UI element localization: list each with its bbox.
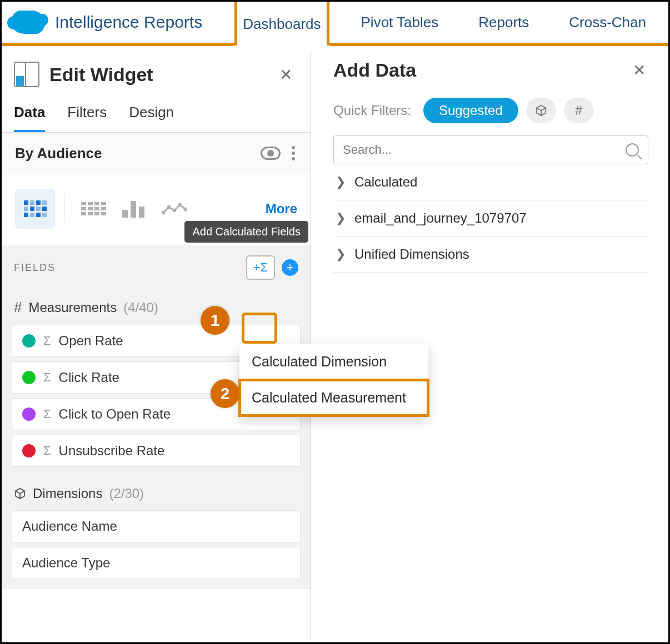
sigma-icon: Σ xyxy=(43,370,51,385)
datasource-label: Calculated xyxy=(354,174,417,190)
dimension-label: Audience Name xyxy=(22,519,117,534)
color-dot-icon xyxy=(22,444,36,457)
dimensions-title: Dimensions xyxy=(33,486,102,501)
color-dot-icon xyxy=(22,334,36,348)
dropdown-calculated-dimension[interactable]: Calculated Dimension xyxy=(239,344,428,380)
widget-more-menu-button[interactable] xyxy=(289,144,297,163)
tab-dashboards[interactable]: Dashboards xyxy=(236,1,327,47)
quick-filter-dimensions[interactable] xyxy=(526,98,556,123)
dimension-item[interactable]: Audience Type xyxy=(12,547,301,579)
divider xyxy=(64,194,64,224)
chart-type-heatmap[interactable] xyxy=(15,189,55,229)
chevron-right-icon: ❯ xyxy=(336,247,346,261)
chart-type-bar[interactable] xyxy=(113,189,153,229)
add-field-button[interactable]: + xyxy=(282,259,298,276)
search-input[interactable] xyxy=(343,143,626,157)
tab-pivot-tables[interactable]: Pivot Tables xyxy=(354,2,446,43)
calculated-fields-dropdown: Calculated Dimension Calculated Measurem… xyxy=(239,344,428,416)
search-icon xyxy=(626,143,639,157)
color-dot-icon xyxy=(22,407,36,421)
dimension-item[interactable]: Audience Name xyxy=(12,510,301,542)
measurement-item[interactable]: Σ Unsubscribe Rate xyxy=(12,435,301,467)
sigma-icon: Σ xyxy=(43,444,51,458)
tab-reports[interactable]: Reports xyxy=(472,2,536,43)
measurement-label: Click Rate xyxy=(59,370,119,385)
add-data-title: Add Data xyxy=(333,59,629,81)
datasource-email-journey[interactable]: ❯ email_and_journey_1079707 xyxy=(333,200,648,237)
datasource-unified-dimensions[interactable]: ❯ Unified Dimensions xyxy=(333,237,648,273)
preview-toggle-icon[interactable] xyxy=(261,147,281,160)
dimensions-count: (2/30) xyxy=(109,486,144,501)
add-calculated-fields-button[interactable]: +Σ xyxy=(246,255,275,280)
hash-icon: # xyxy=(575,103,582,118)
chevron-right-icon: ❯ xyxy=(336,211,346,225)
quick-filter-suggested[interactable]: Suggested xyxy=(423,98,518,123)
fields-header: Add Calculated Fields FIELDS +Σ + xyxy=(2,245,311,290)
datasource-calculated[interactable]: ❯ Calculated xyxy=(333,164,648,200)
subtab-data[interactable]: Data xyxy=(14,104,45,132)
chart-type-more-button[interactable]: More xyxy=(266,201,297,217)
quick-filter-measurements[interactable]: # xyxy=(564,98,594,123)
widget-subtabs: Data Filters Design xyxy=(2,92,311,133)
datasource-label: email_and_journey_1079707 xyxy=(354,210,527,226)
search-box[interactable] xyxy=(333,135,648,164)
edit-widget-title: Edit Widget xyxy=(49,64,266,85)
dropdown-calculated-measurement[interactable]: Calculated Measurement xyxy=(239,380,428,416)
measurement-label: Unsubscribe Rate xyxy=(59,443,165,459)
subtab-design[interactable]: Design xyxy=(129,104,174,132)
svg-point-4 xyxy=(184,208,187,211)
color-dot-icon xyxy=(22,371,36,384)
svg-point-0 xyxy=(162,211,165,214)
svg-point-2 xyxy=(173,209,176,212)
add-data-pane: Add Data ✕ Quick Filters: Suggested # ❯ xyxy=(311,46,668,639)
close-add-data-button[interactable]: ✕ xyxy=(629,61,648,80)
measurement-label: Click to Open Rate xyxy=(59,406,171,422)
measurements-count: (4/40) xyxy=(123,300,158,315)
quick-filters-label: Quick Filters: xyxy=(333,103,411,118)
measurement-label: Open Rate xyxy=(59,333,123,349)
datasource-label: Unified Dimensions xyxy=(354,246,469,262)
add-calculated-tooltip: Add Calculated Fields xyxy=(184,221,308,243)
dimensions-list: Audience Name Audience Type xyxy=(2,510,311,589)
widget-name: By Audience xyxy=(15,145,261,162)
subtab-filters[interactable]: Filters xyxy=(67,104,107,132)
svg-point-1 xyxy=(167,205,171,209)
sigma-icon: Σ xyxy=(43,407,51,421)
cube-icon xyxy=(14,487,26,500)
dimensions-header[interactable]: Dimensions (2/30) xyxy=(2,477,311,510)
hash-icon: # xyxy=(14,299,22,316)
top-navbar: Intelligence Reports Dashboards Pivot Ta… xyxy=(2,2,668,46)
salesforce-logo-icon xyxy=(12,11,45,34)
measurements-title: Measurements xyxy=(28,300,117,315)
edit-widget-pane: Edit Widget ✕ Data Filters Design By Aud… xyxy=(2,46,311,639)
svg-point-3 xyxy=(178,203,182,207)
sigma-icon: Σ xyxy=(43,334,51,348)
close-edit-widget-button[interactable]: ✕ xyxy=(276,65,295,84)
callout-2-badge: 2 xyxy=(211,379,239,408)
callout-1-highlight xyxy=(242,313,277,344)
brand-title: Intelligence Reports xyxy=(55,13,202,32)
callout-1-badge: 1 xyxy=(201,306,229,335)
dimension-label: Audience Type xyxy=(22,555,110,571)
chevron-right-icon: ❯ xyxy=(336,175,346,189)
fields-label: FIELDS xyxy=(14,262,246,274)
chart-type-table[interactable] xyxy=(73,189,113,229)
widget-icon xyxy=(14,62,39,87)
tab-cross-channel[interactable]: Cross-Chan xyxy=(562,2,653,43)
cube-icon xyxy=(535,104,547,117)
